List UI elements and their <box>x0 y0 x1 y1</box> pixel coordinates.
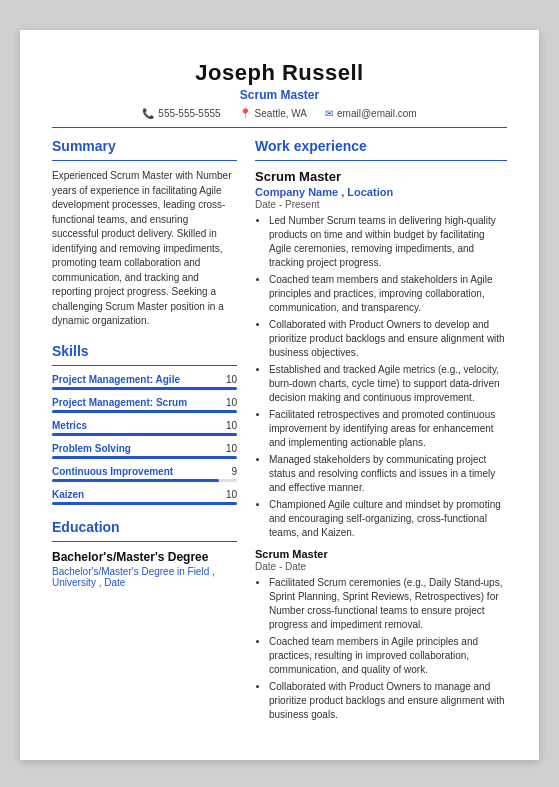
job-title: Scrum Master <box>255 169 507 184</box>
skill-bar-fill <box>52 387 237 390</box>
job-bullet: Coached team members and stakeholders in… <box>269 273 507 315</box>
education-title: Education <box>52 519 237 535</box>
job-dates: Date - Date <box>255 561 507 572</box>
skill-label-row: Project Management: Agile 10 <box>52 374 237 385</box>
body-columns: Summary Experienced Scrum Master with Nu… <box>52 138 507 730</box>
contact-info: 📞 555-555-5555 📍 Seattle, WA ✉ email@ema… <box>52 108 507 119</box>
skills-divider <box>52 365 237 366</box>
header: Joseph Russell Scrum Master 📞 555-555-55… <box>52 60 507 119</box>
skill-bar-bg <box>52 410 237 413</box>
email-text: email@email.com <box>337 108 417 119</box>
skill-label-row: Metrics 10 <box>52 420 237 431</box>
edu-detail: Bachelor's/Master's Degree in Field , Un… <box>52 566 237 588</box>
skill-score: 10 <box>226 489 237 500</box>
job-bullet: Facilitated Scrum ceremonies (e.g., Dail… <box>269 576 507 632</box>
phone-number: 555-555-5555 <box>158 108 220 119</box>
skill-bar-fill <box>52 433 237 436</box>
job-dates: Date - Present <box>255 199 507 210</box>
skills-list: Project Management: Agile 10 Project Man… <box>52 374 237 505</box>
skill-item: Problem Solving 10 <box>52 443 237 459</box>
job-bullet: Facilitated retrospectives and promoted … <box>269 408 507 450</box>
job-block: Scrum Master Date - Date Facilitated Scr… <box>255 548 507 722</box>
skill-item: Project Management: Agile 10 <box>52 374 237 390</box>
candidate-title: Scrum Master <box>52 88 507 102</box>
job-bullet: Led Number Scrum teams in delivering hig… <box>269 214 507 270</box>
skill-score: 10 <box>226 374 237 385</box>
skill-bar-bg <box>52 502 237 505</box>
job-bullet: Championed Agile culture and mindset by … <box>269 498 507 540</box>
skill-bar-bg <box>52 387 237 390</box>
jobs-list: Scrum Master Company Name , Location Dat… <box>255 169 507 722</box>
skill-label-row: Problem Solving 10 <box>52 443 237 454</box>
edu-detail-text: Bachelor's/Master's Degree in Field , Un… <box>52 566 215 588</box>
summary-divider <box>52 160 237 161</box>
skill-label: Project Management: Agile <box>52 374 180 385</box>
skill-label: Continuous Improvement <box>52 466 173 477</box>
skill-item: Continuous Improvement 9 <box>52 466 237 482</box>
job-company: Company Name , Location <box>255 186 507 198</box>
right-column: Work experience Scrum Master Company Nam… <box>255 138 507 730</box>
work-title: Work experience <box>255 138 507 154</box>
skill-score: 10 <box>226 443 237 454</box>
resume-page: Joseph Russell Scrum Master 📞 555-555-55… <box>20 30 539 760</box>
skill-label-row: Continuous Improvement 9 <box>52 466 237 477</box>
job-bullets: Facilitated Scrum ceremonies (e.g., Dail… <box>255 576 507 722</box>
candidate-name: Joseph Russell <box>52 60 507 86</box>
skill-bar-bg <box>52 479 237 482</box>
education-section: Education Bachelor's/Master's Degree Bac… <box>52 519 237 588</box>
summary-title: Summary <box>52 138 237 154</box>
skill-label: Problem Solving <box>52 443 131 454</box>
education-divider <box>52 541 237 542</box>
summary-text: Experienced Scrum Master with Number yea… <box>52 169 237 329</box>
skill-bar-fill <box>52 456 237 459</box>
location-text: Seattle, WA <box>255 108 307 119</box>
skill-item: Metrics 10 <box>52 420 237 436</box>
left-column: Summary Experienced Scrum Master with Nu… <box>52 138 237 730</box>
summary-section: Summary Experienced Scrum Master with Nu… <box>52 138 237 329</box>
job-bullet: Managed stakeholders by communicating pr… <box>269 453 507 495</box>
job-bullets: Led Number Scrum teams in delivering hig… <box>255 214 507 540</box>
job-title: Scrum Master <box>255 548 507 560</box>
skill-score: 10 <box>226 397 237 408</box>
job-bullet: Established and tracked Agile metrics (e… <box>269 363 507 405</box>
skill-bar-fill <box>52 410 237 413</box>
edu-degree: Bachelor's/Master's Degree <box>52 550 237 564</box>
skill-bar-fill <box>52 479 219 482</box>
skill-bar-bg <box>52 433 237 436</box>
skills-section: Skills Project Management: Agile 10 Proj… <box>52 343 237 505</box>
phone-contact: 📞 555-555-5555 <box>142 108 220 119</box>
job-bullet: Collaborated with Product Owners to mana… <box>269 680 507 722</box>
skill-score: 9 <box>231 466 237 477</box>
skill-bar-fill <box>52 502 237 505</box>
skill-label: Metrics <box>52 420 87 431</box>
skill-bar-bg <box>52 456 237 459</box>
work-divider <box>255 160 507 161</box>
skills-title: Skills <box>52 343 237 359</box>
skill-label: Project Management: Scrum <box>52 397 187 408</box>
job-bullet: Collaborated with Product Owners to deve… <box>269 318 507 360</box>
skill-item: Kaizen 10 <box>52 489 237 505</box>
job-bullet: Coached team members in Agile principles… <box>269 635 507 677</box>
header-divider <box>52 127 507 128</box>
phone-icon: 📞 <box>142 108 154 119</box>
location-icon: 📍 <box>239 108 251 119</box>
email-icon: ✉ <box>325 108 333 119</box>
job-block: Scrum Master Company Name , Location Dat… <box>255 169 507 540</box>
skill-score: 10 <box>226 420 237 431</box>
skill-label: Kaizen <box>52 489 84 500</box>
email-contact: ✉ email@email.com <box>325 108 417 119</box>
skill-label-row: Kaizen 10 <box>52 489 237 500</box>
location-contact: 📍 Seattle, WA <box>239 108 307 119</box>
work-section: Work experience Scrum Master Company Nam… <box>255 138 507 722</box>
skill-item: Project Management: Scrum 10 <box>52 397 237 413</box>
skill-label-row: Project Management: Scrum 10 <box>52 397 237 408</box>
